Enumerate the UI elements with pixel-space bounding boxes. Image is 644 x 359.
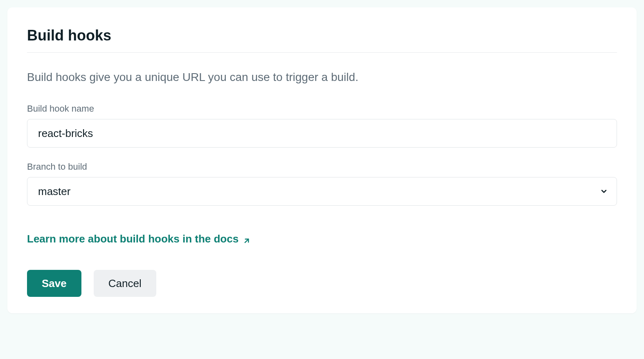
action-buttons: Save Cancel: [27, 270, 617, 297]
branch-group: Branch to build master: [27, 162, 617, 206]
branch-select-wrapper: master: [27, 177, 617, 206]
branch-label: Branch to build: [27, 162, 617, 172]
docs-link[interactable]: Learn more about build hooks in the docs: [27, 233, 251, 245]
cancel-button[interactable]: Cancel: [94, 270, 156, 297]
docs-link-label: Learn more about build hooks in the docs: [27, 233, 239, 245]
hook-name-group: Build hook name: [27, 103, 617, 148]
branch-select[interactable]: master: [27, 177, 617, 206]
hook-name-label: Build hook name: [27, 103, 617, 114]
divider: [27, 52, 617, 53]
hook-name-input[interactable]: [27, 119, 617, 148]
section-description: Build hooks give you a unique URL you ca…: [27, 71, 617, 84]
section-title: Build hooks: [27, 27, 617, 44]
external-link-icon: [243, 235, 251, 243]
build-hooks-card: Build hooks Build hooks give you a uniqu…: [7, 7, 637, 313]
save-button[interactable]: Save: [27, 270, 81, 297]
